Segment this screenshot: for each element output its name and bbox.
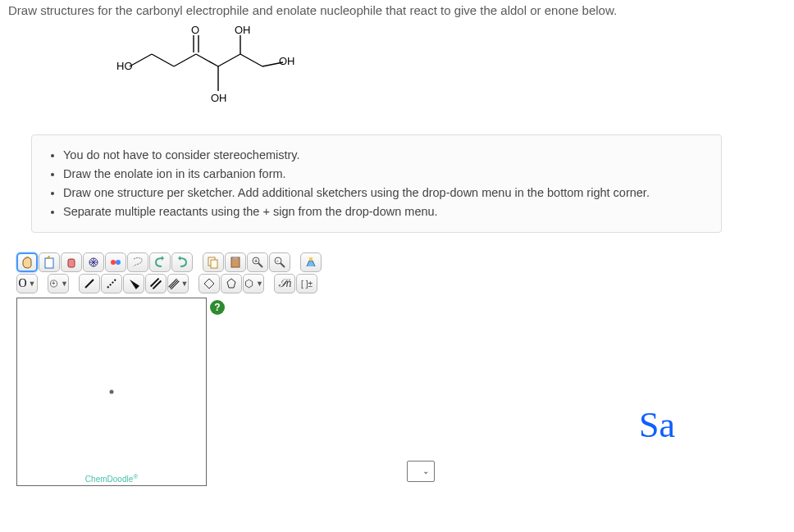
chemdoodle-branding: ChemDoodle® <box>85 473 138 484</box>
eraser-tool[interactable] <box>61 252 82 272</box>
svg-rect-26 <box>309 257 313 261</box>
zoom-in-button[interactable]: + <box>247 252 268 272</box>
instruction-item: Draw the enolate ion in its carbanion fo… <box>63 166 705 183</box>
brackets-tool[interactable]: [ ]± <box>296 274 317 293</box>
double-bond-tool[interactable] <box>145 274 167 293</box>
ring-tool-1[interactable] <box>198 274 220 293</box>
svg-point-14 <box>111 260 116 265</box>
redo-button[interactable] <box>171 252 193 272</box>
paste-button[interactable] <box>225 252 246 272</box>
copy-button[interactable] <box>203 252 224 272</box>
svg-line-21 <box>258 263 262 267</box>
handwritten-annotation: Sa <box>639 404 675 446</box>
svg-rect-11 <box>45 258 53 268</box>
svg-rect-19 <box>233 257 238 259</box>
wedge-bond-tool[interactable] <box>123 274 144 293</box>
label-o: O <box>191 25 199 36</box>
sketcher: + - O▼ +▼ ▼ <box>16 252 435 489</box>
dash-bond-tool[interactable]: ▼ <box>167 274 189 293</box>
product-structure: HO O OH OH OH <box>115 25 730 118</box>
svg-marker-31 <box>245 280 252 288</box>
dotted-bond-tool[interactable] <box>101 274 122 293</box>
svg-point-15 <box>116 260 121 265</box>
scale-tool[interactable] <box>83 252 104 272</box>
svg-rect-12 <box>68 259 75 267</box>
toolbar-row-1: + - <box>16 252 435 272</box>
lasso-tool[interactable] <box>127 252 148 272</box>
script-tool[interactable]: 𝒮n <box>274 274 295 293</box>
svg-line-0 <box>130 54 152 66</box>
drawing-canvas[interactable]: ChemDoodle® <box>16 298 207 486</box>
question-text: Draw structures for the carbonyl electro… <box>8 3 730 17</box>
canvas-center-dot <box>110 390 114 394</box>
single-bond-tool[interactable] <box>79 274 100 293</box>
svg-line-1 <box>152 54 174 66</box>
label-oh-right: OH <box>279 55 295 67</box>
open-tool[interactable] <box>39 252 60 272</box>
undo-button[interactable] <box>149 252 171 272</box>
label-oh-top: OH <box>235 25 251 36</box>
svg-text:-: - <box>276 257 279 264</box>
help-button[interactable]: ? <box>210 300 225 315</box>
svg-line-9 <box>240 54 262 66</box>
atoms-tool[interactable] <box>105 252 126 272</box>
label-ho: HO <box>116 60 133 72</box>
grab-tool[interactable] <box>16 252 38 272</box>
svg-rect-17 <box>211 260 217 268</box>
svg-text:+: + <box>254 258 258 264</box>
svg-marker-30 <box>227 279 235 288</box>
label-oh-bottom: OH <box>211 92 227 104</box>
element-picker[interactable]: O▼ <box>16 274 38 293</box>
instructions-box: You do not have to consider stereochemis… <box>31 134 722 233</box>
svg-text:+: + <box>52 280 55 288</box>
toolbar-row-2: O▼ +▼ ▼ ▼ 𝒮n [ ]± <box>16 274 435 293</box>
instruction-item: Separate multiple reactants using the + … <box>63 203 705 221</box>
svg-line-2 <box>174 54 196 66</box>
svg-line-24 <box>281 263 285 267</box>
chevron-down-icon: ⌄ <box>422 466 429 475</box>
ring-tool-2[interactable] <box>221 274 242 293</box>
charge-tool[interactable]: +▼ <box>48 274 69 293</box>
zoom-out-button[interactable]: - <box>269 252 290 272</box>
instruction-item: Draw one structure per sketcher. Add add… <box>63 184 705 202</box>
instruction-item: You do not have to consider stereochemis… <box>63 147 705 164</box>
svg-line-5 <box>196 54 218 66</box>
add-sketcher-dropdown[interactable]: ⌄ <box>407 461 435 482</box>
svg-line-7 <box>218 54 240 66</box>
clean-tool[interactable] <box>300 252 322 272</box>
svg-marker-29 <box>204 279 214 289</box>
ring-tool-3[interactable]: ▼ <box>243 274 264 293</box>
